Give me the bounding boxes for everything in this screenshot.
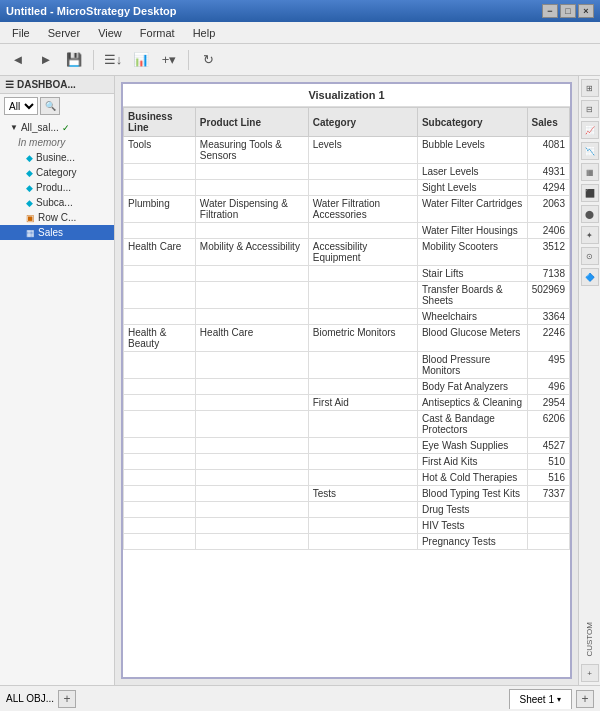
cell-category <box>308 223 417 239</box>
menu-server[interactable]: Server <box>40 25 88 41</box>
col-business-line: Business Line <box>124 108 196 137</box>
tree-item-subca[interactable]: ◆ Subca... <box>0 195 114 210</box>
cell-productLine <box>195 266 308 282</box>
cell-sales: 7337 <box>527 486 569 502</box>
cell-sales: 516 <box>527 470 569 486</box>
back-button[interactable]: ◄ <box>6 48 30 72</box>
cell-businessLine <box>124 534 196 550</box>
tree-item-label: Subca... <box>36 197 73 208</box>
cell-category: Tests <box>308 486 417 502</box>
visualization-container: Visualization 1 Business Line Product Li… <box>121 82 572 679</box>
right-btn-5[interactable]: ▦ <box>581 163 599 181</box>
add-button[interactable]: +▾ <box>157 48 181 72</box>
add-sheet-button[interactable]: + <box>576 690 594 708</box>
tree-item-row-c[interactable]: ▣ Row C... <box>0 210 114 225</box>
tree-item-sales[interactable]: ▦ Sales <box>0 225 114 240</box>
cell-productLine <box>195 411 308 438</box>
cell-sales <box>527 518 569 534</box>
cell-category <box>308 438 417 454</box>
table-row: Transfer Boards & Sheets502969 <box>124 282 570 309</box>
cell-subcategory: Drug Tests <box>417 502 527 518</box>
sidebar-search-button[interactable]: 🔍 <box>40 97 60 115</box>
tree-item-category[interactable]: ◆ Category <box>0 165 114 180</box>
cell-subcategory: Blood Glucose Meters <box>417 325 527 352</box>
cell-businessLine <box>124 164 196 180</box>
title-bar-controls: − □ × <box>542 4 594 18</box>
right-btn-1[interactable]: ⊞ <box>581 79 599 97</box>
menu-help[interactable]: Help <box>185 25 224 41</box>
table-row: Blood Pressure Monitors495 <box>124 352 570 379</box>
cell-category <box>308 379 417 395</box>
tree-item-all-sal[interactable]: ▼ All_sal... ✓ <box>0 120 114 135</box>
sidebar-search-row: All 🔍 <box>0 94 114 118</box>
tree-item-busine[interactable]: ◆ Busine... <box>0 150 114 165</box>
tree-item-label: Row C... <box>38 212 76 223</box>
cell-category <box>308 309 417 325</box>
dataset-button[interactable]: ☰↓ <box>101 48 125 72</box>
forward-button[interactable]: ► <box>34 48 58 72</box>
minimize-button[interactable]: − <box>542 4 558 18</box>
table-row: ToolsMeasuring Tools & SensorsLevelsBubb… <box>124 137 570 164</box>
col-sales: Sales <box>527 108 569 137</box>
cell-subcategory: Transfer Boards & Sheets <box>417 282 527 309</box>
right-btn-3[interactable]: 📈 <box>581 121 599 139</box>
cell-category <box>308 470 417 486</box>
right-panel: ⊞ ⊟ 📈 📉 ▦ ⬛ ⬤ ✦ ⊙ 🔷 CUSTOM + <box>578 76 600 685</box>
cell-businessLine <box>124 352 196 379</box>
cell-subcategory: Cast & Bandage Protectors <box>417 411 527 438</box>
cell-category: First Aid <box>308 395 417 411</box>
data-table: Business Line Product Line Category Subc… <box>123 107 570 550</box>
chart-button[interactable]: 📊 <box>129 48 153 72</box>
toolbar-separator-1 <box>93 50 94 70</box>
table-row: TestsBlood Typing Test Kits7337 <box>124 486 570 502</box>
cell-productLine <box>195 470 308 486</box>
cell-sales: 4081 <box>527 137 569 164</box>
row-icon: ▣ <box>26 213 35 223</box>
cell-businessLine <box>124 454 196 470</box>
table-row: Health & BeautyHealth CareBiometric Moni… <box>124 325 570 352</box>
right-btn-10[interactable]: 🔷 <box>581 268 599 286</box>
cell-productLine <box>195 454 308 470</box>
menu-file[interactable]: File <box>4 25 38 41</box>
cell-businessLine <box>124 518 196 534</box>
table-row: Stair Lifts7138 <box>124 266 570 282</box>
cell-sales <box>527 534 569 550</box>
save-button[interactable]: 💾 <box>62 48 86 72</box>
right-btn-4[interactable]: 📉 <box>581 142 599 160</box>
cell-sales: 4931 <box>527 164 569 180</box>
right-btn-7[interactable]: ⬤ <box>581 205 599 223</box>
cell-subcategory: Antiseptics & Cleaning <box>417 395 527 411</box>
table-wrapper[interactable]: Business Line Product Line Category Subc… <box>123 107 570 677</box>
sheet-tab[interactable]: Sheet 1 ▾ <box>509 689 572 709</box>
cell-businessLine <box>124 486 196 502</box>
cell-subcategory: Eye Wash Supplies <box>417 438 527 454</box>
add-object-button[interactable]: + <box>58 690 76 708</box>
right-btn-8[interactable]: ✦ <box>581 226 599 244</box>
menu-view[interactable]: View <box>90 25 130 41</box>
cell-businessLine <box>124 309 196 325</box>
tree-item-label: Sales <box>38 227 63 238</box>
maximize-button[interactable]: □ <box>560 4 576 18</box>
table-header-row: Business Line Product Line Category Subc… <box>124 108 570 137</box>
sidebar-filter-select[interactable]: All <box>4 97 38 115</box>
menu-format[interactable]: Format <box>132 25 183 41</box>
sidebar: ☰ DASHBOA... All 🔍 ▼ All_sal... ✓ In mem… <box>0 76 115 685</box>
table-row: Sight Levels4294 <box>124 180 570 196</box>
cell-category <box>308 454 417 470</box>
add-custom-button[interactable]: + <box>581 664 599 682</box>
right-btn-6[interactable]: ⬛ <box>581 184 599 202</box>
close-button[interactable]: × <box>578 4 594 18</box>
cell-businessLine <box>124 379 196 395</box>
cell-category: Water Filtration Accessories <box>308 196 417 223</box>
main-layout: ☰ DASHBOA... All 🔍 ▼ All_sal... ✓ In mem… <box>0 76 600 685</box>
right-btn-9[interactable]: ⊙ <box>581 247 599 265</box>
checkmark-icon: ✓ <box>62 123 70 133</box>
right-btn-2[interactable]: ⊟ <box>581 100 599 118</box>
table-row: Body Fat Analyzers496 <box>124 379 570 395</box>
cell-sales: 4294 <box>527 180 569 196</box>
tree-item-produ[interactable]: ◆ Produ... <box>0 180 114 195</box>
cell-productLine: Health Care <box>195 325 308 352</box>
refresh-button[interactable]: ↻ <box>196 48 220 72</box>
sidebar-tree: ▼ All_sal... ✓ In memory ◆ Busine... ◆ C… <box>0 118 114 685</box>
cell-sales: 2406 <box>527 223 569 239</box>
